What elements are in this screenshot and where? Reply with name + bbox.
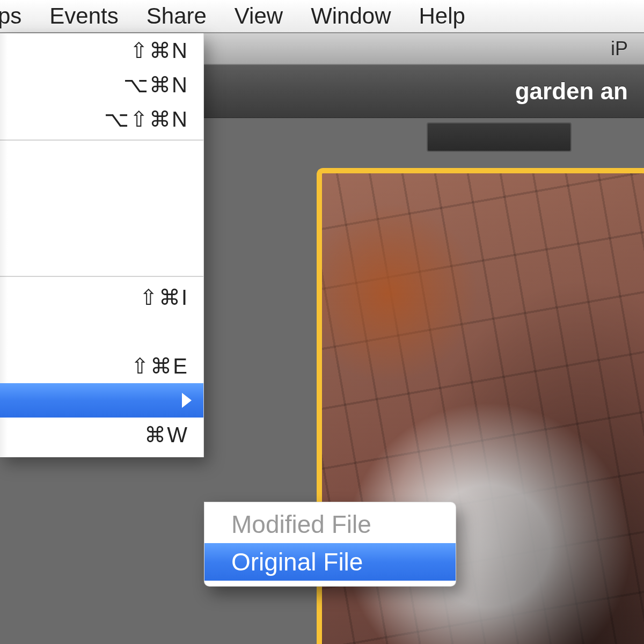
menu-item-shortcut: ⇧⌘I [140, 285, 188, 310]
menu-item-shortcut: ⇧⌘N [130, 38, 188, 63]
menu-item-export[interactable]: ⇧⌘E [0, 349, 203, 383]
menu-item-hidden-2[interactable] [0, 176, 203, 208]
menu-item-new-1[interactable]: m ⇧⌘N [0, 33, 203, 68]
menu-item-hidden-4[interactable] [0, 240, 203, 273]
background-thumbnail [427, 122, 572, 152]
menu-title-events[interactable]: Events [35, 0, 132, 32]
album-title: garden an [515, 78, 628, 105]
menu-separator [0, 276, 203, 277]
menu-item-import-2[interactable]: y… [0, 314, 203, 349]
submenu-arrow-icon [182, 393, 192, 408]
menu-item-label: m [0, 38, 130, 63]
album-header: garden an [204, 64, 644, 118]
menu-item-reveal-submenu[interactable] [0, 383, 203, 418]
menu-title-partial[interactable]: ps [0, 0, 35, 32]
menu-item-shortcut: ⌥⇧⌘N [104, 107, 188, 131]
menu-item-hidden-1[interactable] [0, 144, 203, 176]
menu-separator [0, 140, 203, 141]
menubar: ps Events Share View Window Help [0, 0, 644, 33]
menu-item-label: y… [0, 284, 140, 310]
menu-title-share[interactable]: Share [133, 0, 221, 32]
window-titlebar: iP [204, 33, 644, 64]
file-dropdown-menu: m ⇧⌘N m… ⌥⌘N ⌥⇧⌘N y… ⇧⌘I y… ⇧⌘E ⌘W [0, 33, 204, 457]
menu-item-import-1[interactable]: y… ⇧⌘I [0, 280, 203, 314]
reveal-submenu: Modified File Original File [204, 502, 456, 587]
window-title: iP [611, 38, 628, 60]
menu-item-shortcut: ⌘W [144, 422, 188, 447]
menu-item-close[interactable]: ⌘W [0, 418, 203, 452]
submenu-item-original-file[interactable]: Original File [204, 543, 456, 581]
menu-item-label: y… [0, 319, 188, 345]
submenu-item-modified-file: Modified File [204, 506, 456, 543]
menu-item-new-3[interactable]: ⌥⇧⌘N [0, 102, 203, 136]
menu-title-view[interactable]: View [221, 0, 297, 32]
menu-item-label: m… [0, 72, 123, 98]
menu-item-shortcut: ⇧⌘E [131, 354, 188, 378]
menu-item-new-2[interactable]: m… ⌥⌘N [0, 68, 203, 102]
menu-title-help[interactable]: Help [405, 0, 465, 32]
menu-title-window[interactable]: Window [297, 0, 405, 32]
menu-item-shortcut: ⌥⌘N [123, 72, 188, 97]
menu-item-hidden-3[interactable] [0, 208, 203, 240]
